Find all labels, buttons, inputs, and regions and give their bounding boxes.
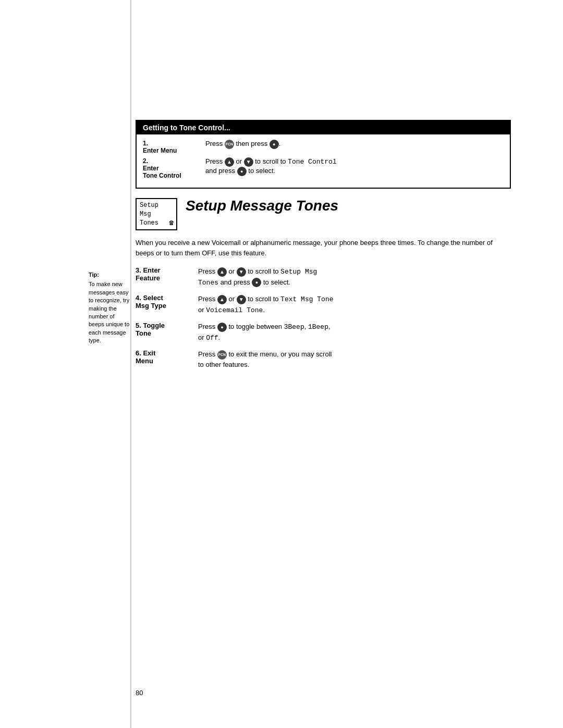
screen-mockup: Setup Msg Tones ☎: [136, 198, 177, 230]
getting-step-2-label: 2. Enter Tone Control: [143, 157, 205, 179]
content-area: Getting to Tone Control... 1. Enter Menu…: [136, 120, 511, 376]
step5-select-icon: ●: [217, 323, 227, 332]
step-4: 4. Select Msg Type Press ▲ or ▼ to scrol…: [136, 294, 511, 315]
steps-list: 3. Enter Feature Press ▲ or ▼ to scroll …: [136, 266, 511, 369]
step-4-label: 4. Select Msg Type: [136, 294, 193, 310]
step-5: 5. Toggle Tone Press ● to toggle between…: [136, 322, 511, 343]
step4-down-icon: ▼: [237, 295, 246, 304]
step-3: 3. Enter Feature Press ▲ or ▼ to scroll …: [136, 266, 511, 288]
step-6-label: 6. Exit Menu: [136, 349, 193, 365]
getting-step-2-desc: Press ▲ or ▼ to scroll to Tone Control a…: [205, 157, 504, 176]
page: Tip: To make new messages easy to recogn…: [0, 0, 563, 728]
page-number: 80: [136, 689, 143, 697]
step-6: 6. Exit Menu Press FCN to exit the menu,…: [136, 349, 511, 369]
step4-up-icon: ▲: [217, 295, 227, 304]
step6-menu-icon: FCN: [217, 350, 227, 360]
select-button-icon-2: ●: [237, 167, 247, 176]
step-5-desc: Press ● to toggle between 3Beep, 1Beep, …: [198, 322, 511, 343]
tip-box: Tip: To make new messages easy to recogn…: [89, 271, 130, 345]
screen-line2: Tones: [140, 219, 173, 228]
tip-label: Tip:: [89, 271, 130, 279]
left-divider: [130, 0, 131, 728]
getting-box-body: 1. Enter Menu Press FCN then press ●. 2.…: [137, 134, 510, 188]
getting-step-1-label: 1. Enter Menu: [143, 140, 205, 154]
step-4-desc: Press ▲ or ▼ to scroll to Text Msg Tone …: [198, 294, 511, 315]
section-header: Setup Msg Tones ☎ Setup Message Tones: [136, 198, 511, 230]
intro-paragraph: When you receive a new Voicemail or alph…: [136, 238, 511, 258]
down-arrow-icon: ▼: [244, 157, 253, 167]
getting-step-2: 2. Enter Tone Control Press ▲ or ▼ to sc…: [143, 157, 504, 179]
getting-to-box: Getting to Tone Control... 1. Enter Menu…: [136, 120, 511, 189]
menu-button-icon: FCN: [225, 140, 234, 149]
up-arrow-icon: ▲: [225, 157, 234, 167]
screen-line1: Setup Msg: [140, 201, 173, 219]
step3-up-icon: ▲: [217, 267, 227, 277]
step-6-desc: Press FCN to exit the menu, or you may s…: [198, 349, 511, 369]
step3-down-icon: ▼: [237, 267, 246, 277]
getting-step-1-desc: Press FCN then press ●.: [205, 140, 504, 149]
select-button-icon: ●: [270, 140, 279, 149]
tip-text: To make new messages easy to recognize, …: [89, 280, 130, 344]
step3-select-icon: ●: [252, 278, 261, 287]
screen-icon: ☎: [169, 218, 174, 227]
step-3-desc: Press ▲ or ▼ to scroll to Setup Msg Tone…: [198, 266, 511, 288]
step-5-label: 5. Toggle Tone: [136, 322, 193, 337]
getting-box-header: Getting to Tone Control...: [137, 121, 510, 134]
getting-step-1: 1. Enter Menu Press FCN then press ●.: [143, 140, 504, 154]
step-3-label: 3. Enter Feature: [136, 266, 193, 282]
section-title: Setup Message Tones: [186, 198, 338, 214]
